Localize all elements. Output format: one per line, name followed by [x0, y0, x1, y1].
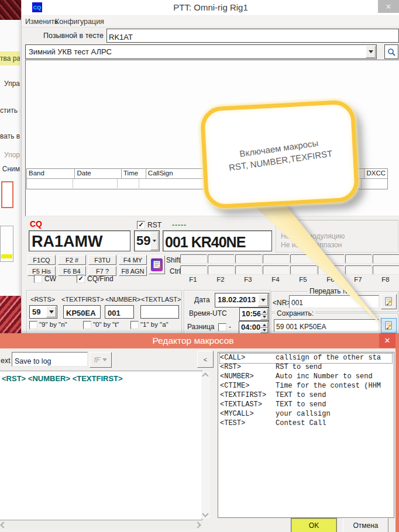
macro-text-area[interactable] [0, 371, 202, 520]
shift-f-slot[interactable] [180, 254, 207, 264]
sub9n-checkbox[interactable] [29, 321, 37, 329]
f1cq-button[interactable]: F1CQ [27, 255, 56, 265]
call-entry-input[interactable] [29, 231, 135, 252]
ribbon-item-move[interactable]: стить в [0, 106, 20, 115]
editor-vscrollbar[interactable] [201, 371, 210, 519]
window-thumbnail[interactable] [0, 226, 13, 262]
rsts-combobox[interactable]: 59 [29, 305, 57, 319]
rst-combobox[interactable]: 59 [134, 230, 160, 251]
textfirst-field[interactable] [63, 305, 101, 319]
shift-f-slot[interactable] [263, 254, 290, 264]
callsign-input[interactable] [107, 29, 399, 44]
shift-f-slot[interactable] [373, 254, 399, 264]
ribbon-item-copy[interactable]: вать в [0, 132, 20, 140]
ribbon-item-snapshot[interactable]: Сним [0, 165, 20, 173]
list-item[interactable]: <MYCALL>your callsign [220, 410, 392, 419]
textlast-field[interactable] [140, 305, 179, 319]
list-item[interactable]: <TEST>Contest Call [220, 419, 392, 429]
col-header-date[interactable]: Date [75, 169, 122, 178]
ctrl-f-slot[interactable] [318, 265, 345, 275]
list-item[interactable]: <RST>RST to send [220, 363, 392, 372]
ctrl-f-slot[interactable] [373, 265, 399, 275]
scroll-up-icon[interactable] [202, 372, 208, 379]
ctrl-f-slot[interactable] [290, 265, 317, 275]
menu-item-config[interactable]: Конфигурация [55, 18, 104, 26]
list-item[interactable]: <TEXTLAST>TEXT to send [220, 400, 392, 410]
macro-name-input[interactable] [12, 353, 92, 369]
save-input[interactable] [274, 320, 382, 334]
window-thumbnail[interactable] [1, 181, 13, 208]
shift-f-slot[interactable] [208, 254, 235, 264]
ctrl-f-slot[interactable] [345, 265, 372, 275]
chevron-down-icon[interactable] [258, 294, 268, 306]
collapse-button[interactable]: < [197, 351, 214, 368]
exchange-entry-input[interactable] [163, 231, 275, 253]
col-header-dxcc[interactable]: DXCC [364, 169, 387, 178]
list-item[interactable]: <TEXTFIRST>TEXT to send [220, 391, 392, 400]
shift-f-slot[interactable] [318, 254, 345, 264]
editor-titlebar[interactable]: Редактор макросов ✕ [0, 333, 399, 348]
col-header-time[interactable]: Time [122, 169, 146, 178]
chevron-down-icon[interactable] [150, 232, 159, 250]
scroll-left-icon[interactable] [0, 521, 6, 528]
date-combobox[interactable]: 18.02.2013 [215, 293, 269, 308]
save-field[interactable] [274, 319, 379, 332]
scroll-right-icon[interactable] [194, 521, 201, 528]
exchange-entry-field[interactable] [163, 230, 272, 251]
scroll-down-icon[interactable] [202, 510, 208, 517]
contest-combobox[interactable]: Зимний УКВ тест АЛРС [25, 44, 377, 59]
ptt-titlebar[interactable]: CQ PTT: Omni-rig Rig1 ✕ [22, 0, 399, 15]
diff-checkbox[interactable] [218, 323, 226, 331]
utc-spinner[interactable]: 10:56 [239, 308, 269, 321]
f4my-button[interactable]: F4 MY [119, 255, 147, 265]
f3tu-button[interactable]: F3TU [88, 255, 116, 265]
shift-f-slot[interactable] [290, 254, 317, 264]
f8agn-button[interactable]: F8 AGN [119, 266, 147, 276]
rst-checkbox[interactable]: ✓ [137, 221, 145, 229]
textfirst-input[interactable] [64, 306, 105, 320]
font-button[interactable]: fF [90, 352, 112, 368]
search-button[interactable] [384, 44, 398, 59]
spin-up-icon[interactable] [260, 309, 268, 315]
ctrl-f-slot[interactable] [208, 265, 235, 275]
ctrl-f-slot[interactable] [263, 265, 290, 275]
ribbon-item-manage[interactable]: Упра [0, 80, 20, 88]
shift-f-slot[interactable] [235, 254, 262, 264]
cancel-button[interactable]: Отмена [343, 518, 388, 532]
ctrl-f-slot[interactable] [235, 265, 262, 275]
chevron-down-icon[interactable] [46, 306, 56, 317]
editor-close-button[interactable]: ✕ [379, 333, 395, 348]
macro-name-field[interactable] [12, 352, 88, 367]
macro-text-input[interactable] [0, 371, 207, 526]
macro-listbox[interactable]: <CALL>callsign of the other sta <RST>RST… [218, 352, 394, 518]
chevron-down-icon[interactable] [366, 46, 376, 58]
editor-hscrollbar[interactable] [0, 520, 202, 529]
spin-down-icon[interactable] [260, 315, 268, 320]
list-item[interactable]: <NUMBER>Auto inc Number to send [220, 372, 392, 382]
col-header-band[interactable]: Band [27, 169, 75, 178]
nr-field[interactable] [289, 295, 379, 308]
spin-down-icon[interactable] [260, 328, 268, 334]
list-item[interactable]: <CALL>callsign of the other sta [220, 354, 392, 363]
f2-button[interactable]: F2 # [58, 255, 86, 265]
macro-editor-button[interactable] [149, 255, 165, 274]
ok-button[interactable]: OK [291, 518, 337, 532]
callsign-field[interactable] [106, 29, 399, 43]
diff-spinner[interactable]: 04:00 [239, 321, 269, 334]
close-button[interactable]: ✕ [378, 0, 399, 13]
textlast-input[interactable] [141, 306, 183, 320]
number-input[interactable] [105, 306, 138, 320]
cqfind-checkbox[interactable]: ✓ [77, 275, 85, 283]
call-entry-field[interactable] [29, 230, 130, 251]
shift-f-slot[interactable] [345, 254, 372, 264]
ctrl-f-slot[interactable] [180, 265, 207, 275]
spin-up-icon[interactable] [260, 322, 268, 328]
menu-item-edit[interactable]: Изменить [25, 18, 58, 26]
nr-input[interactable] [290, 296, 382, 310]
save-edit-button[interactable] [381, 318, 397, 333]
sub0t-checkbox[interactable] [83, 321, 91, 329]
number-field[interactable] [105, 305, 134, 319]
list-item[interactable]: <CTIME>Time for the contest (HHM [220, 382, 392, 391]
ribbon-highlight-item[interactable]: тва раб [0, 51, 20, 65]
nr-edit-button[interactable] [381, 294, 397, 309]
